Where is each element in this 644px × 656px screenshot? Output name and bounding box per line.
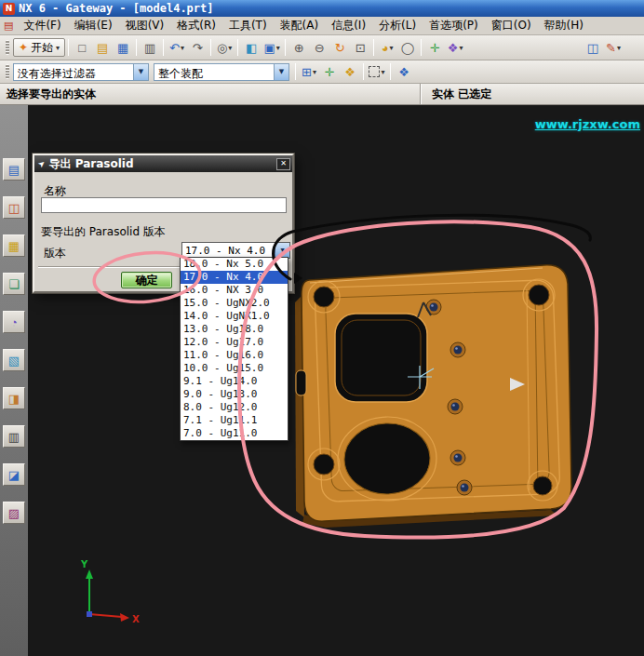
redo-button[interactable]: ↷	[187, 37, 208, 58]
combo-arrow-icon[interactable]: ▼	[275, 243, 289, 258]
toolbar-separator	[237, 39, 238, 56]
resource-bar-button-9[interactable]: ◪	[3, 463, 25, 486]
print-button[interactable]: ▥	[140, 37, 160, 58]
resource-bar-button-2[interactable]: ◫	[3, 196, 25, 219]
y-axis-label: Y	[80, 559, 88, 569]
application-button[interactable]: ❖▾	[445, 37, 465, 58]
history-icon: ◔	[10, 315, 18, 329]
wireframe-view-button[interactable]: ◯	[397, 37, 418, 58]
toolbar-separator	[210, 39, 211, 56]
menu-file[interactable]: 文件(F)	[17, 16, 67, 35]
nx-app-icon: N	[3, 3, 15, 15]
fit-view-button[interactable]: ⊡	[350, 37, 370, 58]
open-button[interactable]: ▤	[92, 37, 113, 58]
menu-preferences[interactable]: 首选项(P)	[423, 16, 485, 35]
resource-bar-button-4[interactable]: ❏	[3, 273, 25, 295]
orient-view-button[interactable]: ✛	[424, 37, 445, 58]
work-part-button[interactable]: ❖	[394, 61, 414, 82]
undo-button[interactable]: ↶▾	[167, 37, 187, 58]
version-option[interactable]: 9.0 - Ug13.0	[181, 388, 288, 401]
menu-analysis[interactable]: 分析(L)	[372, 16, 423, 35]
version-option[interactable]: 11.0 - Ug16.0	[181, 349, 288, 362]
menu-tools[interactable]: 工具(T)	[222, 16, 274, 35]
zoom-out-button[interactable]: ⊖	[309, 37, 329, 58]
version-option[interactable]: 14.0 - UgNX1.0	[181, 310, 288, 323]
combo-arrow-icon[interactable]: ▼	[274, 64, 288, 80]
refresh-icon: ↻	[335, 41, 345, 55]
rectangle-select-button[interactable]: ▾	[367, 61, 387, 82]
shaded-view-button[interactable]: ◕▾	[377, 37, 397, 58]
zoom-in-button[interactable]: ⊕	[288, 37, 309, 58]
version-option[interactable]: 16.0 - NX 3.0	[181, 284, 288, 297]
version-option[interactable]: 13.0 - Ug18.0	[181, 323, 288, 336]
find-button[interactable]: ◎▾	[214, 37, 235, 58]
resource-bar-button-5[interactable]: ◔	[3, 311, 25, 333]
menu-assemblies[interactable]: 装配(A)	[274, 16, 326, 35]
refresh-button[interactable]: ↻	[329, 37, 350, 58]
zoom-out-icon: ⊖	[315, 41, 325, 55]
new-icon: □	[78, 41, 86, 55]
resource-bar-button-10[interactable]: ▨	[3, 502, 25, 524]
layout-button[interactable]: ◫	[583, 37, 603, 58]
toolbar-grip[interactable]	[6, 64, 9, 79]
chevron-down-icon: ▾	[56, 44, 60, 52]
new-button[interactable]: □	[72, 37, 92, 58]
cad-model[interactable]	[295, 265, 571, 528]
binoculars-icon: ◎	[217, 41, 227, 55]
resource-bar: ▤ ◫ ▦ ❏ ◔ ▧ ◨ ▥ ◪ ▨	[0, 105, 28, 656]
version-option[interactable]: 15.0 - UgNX2.0	[181, 297, 288, 310]
version-option[interactable]: 10.0 - Ug15.0	[181, 362, 288, 375]
window-split-icon: ◧	[246, 41, 257, 55]
combo-arrow-icon[interactable]: ▼	[133, 64, 148, 80]
part-window-icon: ▤	[4, 20, 13, 32]
display-window-button[interactable]: ▣▾	[262, 37, 282, 58]
add-component-button[interactable]: ✛	[319, 61, 340, 82]
toolbar-grip[interactable]	[6, 40, 9, 55]
menu-help[interactable]: 帮助(H)	[538, 16, 590, 35]
version-option-selected[interactable]: 17.0 - Nx 4.0	[181, 271, 288, 284]
ok-button[interactable]: 确定	[121, 272, 172, 288]
sketch-button[interactable]: ✎▾	[603, 37, 624, 58]
application-cube-icon: ❖	[448, 41, 459, 55]
menu-window[interactable]: 窗口(O)	[485, 16, 538, 35]
resource-bar-button-3[interactable]: ▦	[3, 234, 25, 257]
wireframe-icon: ◯	[401, 41, 415, 55]
version-option[interactable]: 9.1 - Ug14.0	[181, 375, 288, 388]
chevron-down-icon: ▾	[228, 44, 232, 52]
name-input[interactable]	[41, 197, 287, 213]
open-folder-icon: ▤	[97, 41, 108, 55]
assemblies-button[interactable]: ❖	[340, 61, 360, 82]
close-icon[interactable]: ✕	[276, 158, 290, 170]
snap-point-button[interactable]: ⊞▾	[299, 61, 319, 82]
redo-icon: ↷	[193, 41, 203, 55]
selection-scope-combo[interactable]: 整个装配 ▼	[154, 63, 289, 81]
version-option[interactable]: 7.1 - Ug11.1	[181, 414, 288, 427]
resource-bar-button-6[interactable]: ▧	[3, 349, 25, 371]
window-title: NX 6 - Gateway - [model4.prt]	[19, 2, 214, 15]
version-option[interactable]: 18.0 - Nx 5.0	[181, 258, 288, 271]
type-filter-combo[interactable]: 没有选择过滤器 ▼	[13, 63, 149, 81]
chevron-down-icon: ▾	[313, 68, 316, 76]
start-menu-button[interactable]: ✦ 开始 ▾	[13, 38, 65, 57]
resource-bar-button-7[interactable]: ◨	[3, 387, 25, 409]
menu-edit[interactable]: 编辑(E)	[68, 16, 119, 35]
version-option[interactable]: 12.0 - Ug17.0	[181, 336, 288, 349]
version-option[interactable]: 7.0 - Ug11.0	[181, 427, 288, 440]
save-button[interactable]: ▦	[113, 37, 133, 58]
selection-toolbar: 没有选择过滤器 ▼ 整个装配 ▼ ⊞▾ ✛ ❖ ▾ ❖	[0, 60, 644, 84]
panel-expand-arrow[interactable]	[294, 273, 302, 284]
version-option[interactable]: 8.0 - Ug12.0	[181, 401, 288, 414]
menu-information[interactable]: 信息(I)	[325, 16, 372, 35]
dialog-titlebar[interactable]: ➤ 导出 Parasolid ✕	[34, 155, 292, 172]
menu-format[interactable]: 格式(R)	[170, 16, 222, 35]
window-layout-button[interactable]: ◧	[241, 37, 262, 58]
resource-bar-button-8[interactable]: ▥	[3, 425, 25, 448]
constraint-navigator-icon: ◫	[8, 201, 20, 215]
toolbar-separator	[373, 39, 374, 56]
wcs-triad: Y X	[80, 559, 140, 624]
chevron-down-icon: ▾	[181, 44, 184, 52]
resource-bar-button-1[interactable]: ▤	[3, 158, 25, 181]
menu-view[interactable]: 视图(V)	[119, 16, 171, 35]
graphics-viewport[interactable]: Y X www.rjzxw.com ➤ 导出 Parasolid ✕ 名称 要	[28, 105, 644, 656]
chevron-down-icon: ▾	[381, 68, 384, 76]
